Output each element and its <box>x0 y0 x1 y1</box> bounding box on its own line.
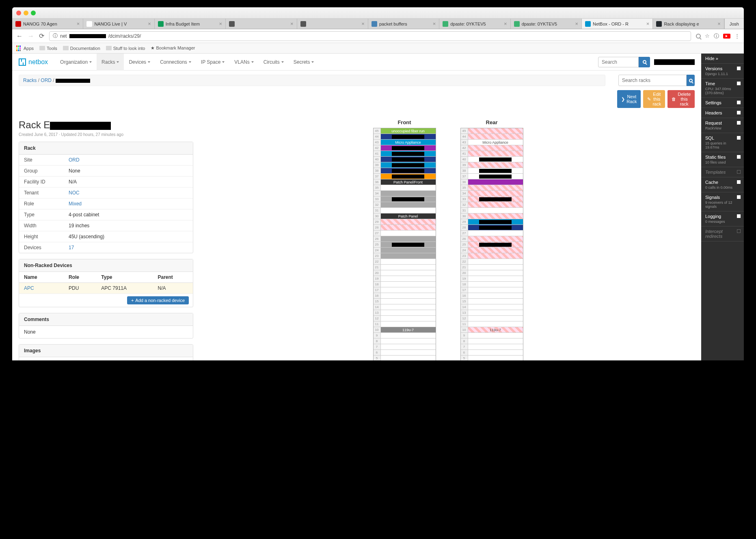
debug-panel-intercept-redirects[interactable]: Intercept redirects <box>701 226 744 241</box>
checkbox-icon[interactable] <box>737 195 741 199</box>
info-icon-2[interactable]: ⓘ <box>714 32 719 40</box>
maximize-window-icon[interactable] <box>31 11 36 15</box>
ru-slot[interactable] <box>381 356 436 360</box>
checkbox-icon[interactable] <box>737 111 741 114</box>
rack-unit[interactable]: 41 <box>374 151 436 157</box>
ru-slot[interactable] <box>468 282 523 287</box>
ru-slot[interactable] <box>381 236 436 241</box>
nav-item-secrets[interactable]: Secrets <box>289 54 319 71</box>
breadcrumb-racks[interactable]: Racks <box>23 78 37 83</box>
rack-unit[interactable]: 22 <box>461 259 523 265</box>
global-search-button[interactable] <box>639 57 650 67</box>
rack-unit[interactable]: 27 <box>374 231 436 236</box>
rack-unit[interactable]: 5 <box>374 356 436 360</box>
ru-slot[interactable] <box>468 265 523 270</box>
add-nonracked-button[interactable]: + Add a non-racked device <box>127 296 189 304</box>
rack-unit[interactable]: 18 <box>374 282 436 287</box>
checkbox-icon[interactable] <box>737 229 741 233</box>
debug-panel-sql[interactable]: SQL15 queries in 19.67ms <box>701 133 744 152</box>
nav-item-racks[interactable]: Racks <box>97 54 124 71</box>
close-tab-icon[interactable]: × <box>219 21 222 27</box>
bookmark-folder[interactable]: Tools <box>39 46 57 51</box>
rack-unit[interactable]: 19 <box>461 276 523 282</box>
browser-tab[interactable]: NetBox - ORD - R× <box>582 19 653 29</box>
ru-slot[interactable] <box>468 168 523 173</box>
rack-unit[interactable]: 39 <box>461 162 523 168</box>
rack-unit[interactable]: 36 <box>461 179 523 185</box>
ru-slot[interactable] <box>381 196 436 202</box>
rack-unit[interactable]: 18 <box>461 282 523 287</box>
rack-unit[interactable]: 39 <box>374 162 436 168</box>
rack-unit[interactable]: 14 <box>374 304 436 310</box>
ru-slot[interactable] <box>468 299 523 304</box>
ru-slot[interactable] <box>468 253 523 259</box>
browser-tab[interactable]: NANOG 70 Agen× <box>12 19 83 29</box>
close-window-icon[interactable] <box>16 11 21 15</box>
ru-slot[interactable] <box>381 287 436 293</box>
checkbox-icon[interactable] <box>737 82 741 85</box>
rack-unit[interactable]: 11 <box>461 321 523 327</box>
breadcrumb-site[interactable]: ORD <box>41 78 52 83</box>
ru-slot[interactable] <box>381 208 436 213</box>
ru-slot[interactable] <box>468 174 523 179</box>
ru-slot[interactable] <box>381 350 436 355</box>
rack-unit[interactable]: 11 <box>374 321 436 327</box>
rack-unit[interactable]: 9 <box>374 333 436 338</box>
rack-unit[interactable]: 25 <box>461 242 523 248</box>
debug-panel-versions[interactable]: VersionsDjango 1.11.1 <box>701 64 744 79</box>
checkbox-icon[interactable] <box>737 155 741 159</box>
ru-slot[interactable] <box>381 242 436 247</box>
debug-panel-settings[interactable]: Settings <box>701 98 744 108</box>
rack-unit[interactable]: 38 <box>461 168 523 174</box>
ru-slot[interactable] <box>381 293 436 298</box>
rack-unit[interactable]: 24 <box>374 248 436 253</box>
search-racks-input[interactable] <box>618 75 687 86</box>
close-tab-icon[interactable]: × <box>290 21 294 27</box>
rack-unit[interactable]: 45unoccupied fiber run <box>374 128 436 134</box>
rack-unit[interactable]: 33 <box>461 196 523 202</box>
rack-unit[interactable]: 10119u-7 <box>461 327 523 333</box>
ru-slot[interactable] <box>468 316 523 321</box>
rack-unit[interactable]: 15 <box>461 299 523 304</box>
ru-slot[interactable] <box>468 248 523 253</box>
ru-slot[interactable] <box>468 179 523 185</box>
ru-slot[interactable] <box>468 333 523 338</box>
checkbox-icon[interactable] <box>737 180 741 184</box>
ru-slot[interactable] <box>468 236 523 241</box>
ru-slot[interactable] <box>381 304 436 310</box>
ru-slot[interactable] <box>381 253 436 259</box>
rack-unit[interactable]: 14 <box>461 304 523 310</box>
nav-item-ip-space[interactable]: IP Space <box>196 54 229 71</box>
nav-item-connections[interactable]: Connections <box>155 54 196 71</box>
ru-slot[interactable] <box>468 128 523 134</box>
rack-unit[interactable]: 40 <box>374 157 436 162</box>
rack-unit[interactable]: 15 <box>374 299 436 304</box>
rack-unit[interactable]: 6 <box>461 350 523 356</box>
browser-tab[interactable]: × <box>297 19 368 29</box>
search-icon[interactable] <box>696 34 701 39</box>
rack-unit[interactable]: 38 <box>374 168 436 174</box>
rack-unit[interactable]: 21 <box>461 265 523 270</box>
ru-slot[interactable] <box>381 219 436 224</box>
rack-unit[interactable]: 7 <box>461 344 523 350</box>
bookmark-manager[interactable]: ★ Bookmark Manager <box>151 45 195 51</box>
ru-slot[interactable] <box>468 259 523 264</box>
close-tab-icon[interactable]: × <box>361 21 365 27</box>
ru-slot[interactable] <box>381 338 436 344</box>
ru-slot[interactable] <box>468 145 523 151</box>
checkbox-icon[interactable] <box>737 101 741 104</box>
rack-unit[interactable]: 24 <box>461 248 523 253</box>
ru-slot[interactable]: unoccupied fiber run <box>381 128 436 134</box>
browser-tab[interactable]: Infra Budget Item× <box>155 19 226 29</box>
ru-slot[interactable] <box>468 134 523 139</box>
ru-slot[interactable] <box>381 265 436 270</box>
ru-slot[interactable]: Micro Appliance <box>468 140 523 145</box>
rack-unit[interactable]: 23 <box>461 253 523 259</box>
link[interactable]: 17 <box>69 245 74 250</box>
browser-tab[interactable]: packet buffers× <box>368 19 439 29</box>
global-search-input[interactable] <box>598 57 639 67</box>
ru-slot[interactable] <box>381 333 436 338</box>
debug-panel-cache[interactable]: Cache0 calls in 0.00ms <box>701 177 744 192</box>
checkbox-icon[interactable] <box>737 121 741 125</box>
rack-unit[interactable]: 41 <box>461 151 523 157</box>
